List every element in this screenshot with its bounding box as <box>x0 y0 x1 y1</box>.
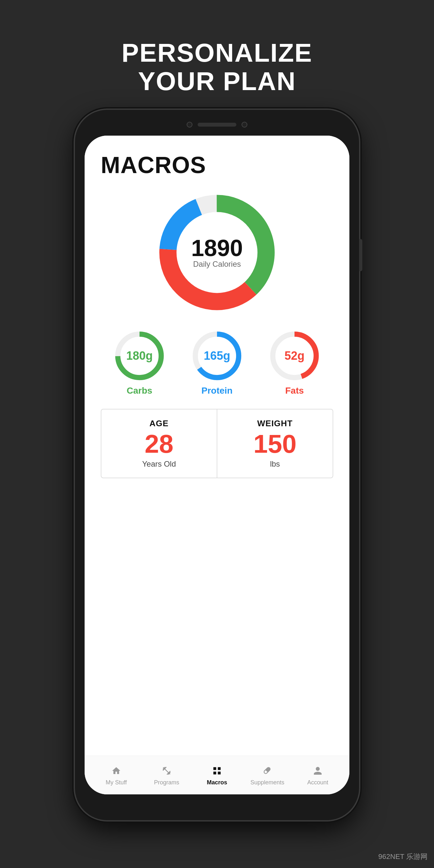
weight-unit: lbs <box>270 460 280 469</box>
home-icon <box>110 764 123 777</box>
nav-account[interactable]: Account <box>292 764 343 786</box>
calorie-value: 1890 <box>191 237 243 259</box>
phone-screen: MACROS 1890 Daily Ca <box>85 135 349 795</box>
phone-camera-right <box>242 122 247 128</box>
fats-circle: 52g <box>269 330 320 382</box>
app-title: MACROS <box>101 152 333 178</box>
nav-account-label: Account <box>307 779 328 786</box>
carbs-value: 180g <box>126 349 153 363</box>
fats-label: Fats <box>285 385 304 396</box>
person-icon <box>311 764 324 777</box>
side-button <box>359 239 362 271</box>
nav-my-stuff-label: My Stuff <box>105 779 127 786</box>
carbs-label: Carbs <box>127 385 152 396</box>
bottom-nav: My Stuff Programs <box>85 755 349 795</box>
nav-macros-label: Macros <box>207 779 227 786</box>
age-label: AGE <box>150 418 168 429</box>
app-content: MACROS 1890 Daily Ca <box>85 135 349 755</box>
nav-programs[interactable]: Programs <box>142 764 192 786</box>
dumbbell-icon <box>160 764 173 777</box>
donut-center: 1890 Daily Calories <box>191 237 243 269</box>
age-box: AGE 28 Years Old <box>101 409 217 477</box>
calorie-donut-chart: 1890 Daily Calories <box>156 191 278 314</box>
macro-carbs: 180g Carbs <box>114 330 165 396</box>
page-title: PERSONALIZE YOUR PLAN <box>122 39 313 96</box>
calorie-label: Daily Calories <box>191 259 243 269</box>
grid-icon <box>211 764 223 777</box>
weight-label: WEIGHT <box>257 418 293 429</box>
macro-row: 180g Carbs 165g Protein <box>101 330 333 396</box>
weight-box: WEIGHT 150 lbs <box>217 409 333 477</box>
macro-protein: 165g Protein <box>191 330 243 396</box>
macro-fats: 52g Fats <box>269 330 320 396</box>
protein-circle: 165g <box>191 330 243 382</box>
nav-programs-label: Programs <box>154 779 179 786</box>
carbs-circle: 180g <box>114 330 165 382</box>
nav-macros[interactable]: Macros <box>192 764 242 786</box>
age-unit: Years Old <box>142 460 176 469</box>
protein-value: 165g <box>204 349 230 363</box>
phone-camera <box>187 122 192 128</box>
fats-value: 52g <box>284 349 305 363</box>
phone-speaker <box>197 123 237 127</box>
weight-value: 150 <box>253 431 297 457</box>
nav-supplements[interactable]: Supplements <box>242 764 292 786</box>
protein-label: Protein <box>202 385 232 396</box>
phone-mockup: MACROS 1890 Daily Ca <box>75 110 359 820</box>
phone-top-bar <box>168 119 266 130</box>
nav-supplements-label: Supplements <box>250 779 284 786</box>
pill-icon <box>261 764 274 777</box>
nav-my-stuff[interactable]: My Stuff <box>91 764 142 786</box>
info-row: AGE 28 Years Old WEIGHT 150 lbs <box>101 409 333 478</box>
watermark: 962NET 乐游网 <box>378 852 428 862</box>
age-value: 28 <box>145 431 174 457</box>
